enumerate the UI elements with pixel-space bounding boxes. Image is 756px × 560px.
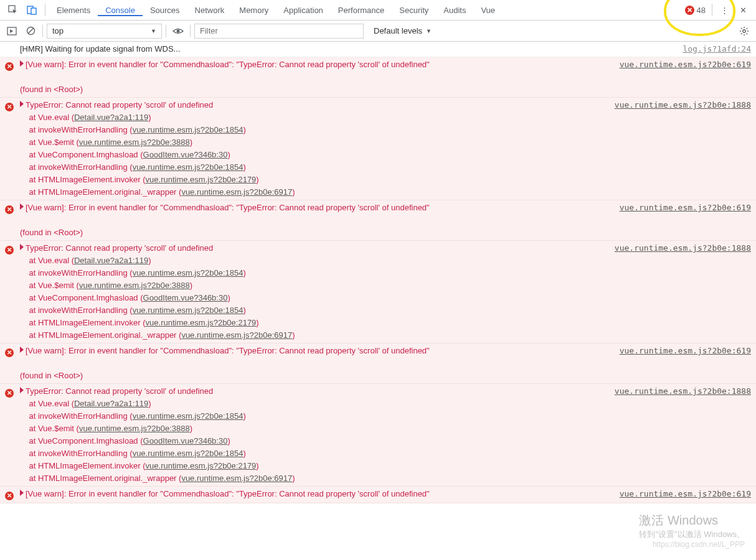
- more-icon[interactable]: ⋮: [717, 3, 731, 17]
- source-link[interactable]: vue.runtime.esm.js?2b0e:619: [620, 488, 751, 502]
- expand-icon[interactable]: [20, 490, 24, 496]
- divider: [166, 25, 166, 37]
- expand-icon[interactable]: [20, 347, 24, 353]
- tab-network[interactable]: Network: [187, 6, 232, 15]
- context-value: top: [52, 26, 64, 35]
- error-icon: ✕: [5, 246, 14, 254]
- tab-application[interactable]: Application: [276, 6, 331, 15]
- context-select[interactable]: top ▼: [47, 24, 162, 39]
- error-row: ✕[Vue warn]: Error in event handler for …: [0, 487, 756, 503]
- stack-link[interactable]: vue.runtime.esm.js?2b0e:1854: [133, 125, 243, 134]
- error-row: ✕TypeError: Cannot read property 'scroll…: [0, 241, 756, 343]
- error-icon: ✕: [685, 6, 694, 15]
- stack-link[interactable]: vue.runtime.esm.js?2b0e:2179: [146, 318, 257, 327]
- divider: [42, 25, 43, 37]
- sidebar-toggle-icon[interactable]: [4, 23, 20, 39]
- stack-link[interactable]: vue.runtime.esm.js?2b0e:1854: [133, 449, 243, 458]
- source-link[interactable]: vue.runtime.esm.js?2b0e:619: [620, 345, 751, 382]
- stack-link[interactable]: Detail.vue?a2a1:119: [74, 256, 148, 265]
- levels-label: Default levels: [374, 26, 422, 35]
- stack-link[interactable]: vue.runtime.esm.js?2b0e:1854: [133, 162, 243, 172]
- error-counter[interactable]: ✕ 48: [681, 6, 709, 15]
- error-icon: ✕: [5, 348, 14, 357]
- stack-link[interactable]: vue.runtime.esm.js?2b0e:6917: [181, 474, 292, 483]
- tab-security[interactable]: Security: [392, 6, 436, 15]
- error-count-value: 48: [697, 6, 706, 15]
- divider: [712, 4, 712, 16]
- error-icon: ✕: [5, 389, 14, 398]
- svg-line-5: [28, 28, 34, 34]
- stack-link[interactable]: vue.runtime.esm.js?2b0e:3888: [79, 138, 190, 147]
- divider: [190, 25, 191, 37]
- svg-rect-2: [31, 8, 36, 14]
- stack-link[interactable]: GoodItem.vue?346b:30: [143, 436, 228, 446]
- tabs-host: ElementsConsoleSourcesNetworkMemoryAppli…: [49, 0, 503, 21]
- error-row: ✕TypeError: Cannot read property 'scroll…: [0, 384, 756, 487]
- stack-link[interactable]: vue.runtime.esm.js?2b0e:3888: [79, 424, 190, 433]
- stack-link[interactable]: vue.runtime.esm.js?2b0e:6917: [181, 187, 292, 197]
- svg-point-7: [743, 29, 745, 32]
- error-icon: ✕: [5, 103, 14, 111]
- stack-link[interactable]: vue.runtime.esm.js?2b0e:3888: [79, 281, 190, 290]
- error-row: ✕TypeError: Cannot read property 'scroll…: [0, 98, 756, 200]
- error-icon: ✕: [5, 205, 14, 214]
- tab-memory[interactable]: Memory: [232, 6, 276, 15]
- source-link[interactable]: vue.runtime.esm.js?2b0e:1888: [615, 385, 751, 485]
- expand-icon[interactable]: [20, 203, 24, 210]
- stack-link[interactable]: vue.runtime.esm.js?2b0e:6917: [181, 330, 292, 340]
- tab-elements[interactable]: Elements: [49, 6, 98, 15]
- filter-input[interactable]: [194, 24, 364, 39]
- source-link[interactable]: log.js?1afd:24: [683, 43, 751, 55]
- divider: [45, 4, 45, 16]
- source-link[interactable]: vue.runtime.esm.js?2b0e:1888: [615, 99, 751, 198]
- tab-performance[interactable]: Performance: [331, 6, 392, 15]
- source-link[interactable]: vue.runtime.esm.js?2b0e:1888: [615, 242, 751, 342]
- devtools-tabbar: ElementsConsoleSourcesNetworkMemoryAppli…: [0, 0, 756, 21]
- tab-sources[interactable]: Sources: [143, 6, 187, 15]
- log-row: [HMR] Waiting for update signal from WDS…: [0, 42, 756, 57]
- svg-point-6: [177, 29, 180, 32]
- console-output[interactable]: [HMR] Waiting for update signal from WDS…: [0, 42, 756, 560]
- log-levels-select[interactable]: Default levels ▼: [366, 26, 439, 35]
- tab-audits[interactable]: Audits: [436, 6, 473, 15]
- stack-link[interactable]: vue.runtime.esm.js?2b0e:2179: [146, 175, 257, 184]
- stack-link[interactable]: vue.runtime.esm.js?2b0e:1854: [133, 411, 243, 421]
- expand-icon[interactable]: [20, 387, 24, 393]
- expand-icon[interactable]: [20, 244, 24, 250]
- source-link[interactable]: vue.runtime.esm.js?2b0e:619: [620, 58, 751, 96]
- clear-console-icon[interactable]: [22, 23, 39, 39]
- close-icon[interactable]: ✕: [736, 3, 750, 17]
- tab-vue[interactable]: Vue: [473, 6, 503, 15]
- inspect-icon[interactable]: [6, 3, 20, 17]
- stack-link[interactable]: GoodItem.vue?346b:30: [143, 293, 228, 302]
- expand-icon[interactable]: [20, 101, 24, 107]
- device-icon[interactable]: [25, 3, 39, 17]
- stack-link[interactable]: Detail.vue?a2a1:119: [74, 113, 148, 122]
- console-toolbar: top ▼ Default levels ▼: [0, 21, 756, 42]
- stack-link[interactable]: GoodItem.vue?346b:30: [143, 150, 228, 159]
- stack-link[interactable]: Detail.vue?a2a1:119: [74, 399, 148, 408]
- stack-link[interactable]: vue.runtime.esm.js?2b0e:1854: [133, 306, 243, 315]
- chevron-down-icon: ▼: [151, 28, 156, 34]
- stack-link[interactable]: vue.runtime.esm.js?2b0e:2179: [146, 461, 257, 470]
- source-link[interactable]: vue.runtime.esm.js?2b0e:619: [620, 202, 751, 239]
- stack-link[interactable]: vue.runtime.esm.js?2b0e:1854: [133, 268, 243, 278]
- expand-icon[interactable]: [20, 60, 24, 67]
- error-icon: ✕: [5, 492, 14, 500]
- gear-icon[interactable]: [736, 23, 752, 39]
- tab-console[interactable]: Console: [98, 6, 143, 16]
- error-icon: ✕: [5, 62, 14, 71]
- eye-icon[interactable]: [170, 23, 186, 39]
- error-row: ✕[Vue warn]: Error in event handler for …: [0, 57, 756, 98]
- chevron-down-icon: ▼: [426, 28, 432, 34]
- error-row: ✕[Vue warn]: Error in event handler for …: [0, 200, 756, 241]
- error-row: ✕[Vue warn]: Error in event handler for …: [0, 343, 756, 384]
